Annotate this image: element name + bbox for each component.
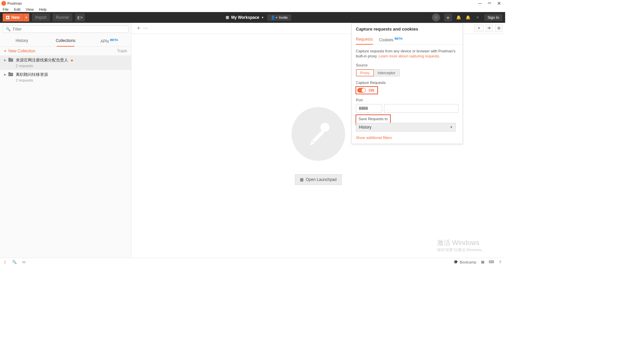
statusbar: ▯ 🔍 ▭ 🎓 Bootcamp ▦ ⌨ ? <box>0 258 505 266</box>
collection-meta: 2 requests <box>16 78 48 82</box>
sidebar-toggle-icon[interactable]: ▯ <box>3 260 7 264</box>
workspace-switcher[interactable]: ⊞ My Workspace ▼ <box>226 15 264 20</box>
capture-icon[interactable]: ◈ <box>444 13 452 21</box>
invite-icon: 👤+ <box>271 15 277 20</box>
collection-item[interactable]: ▶ 离职顾问转移资源 2 requests <box>0 70 131 84</box>
minimize-icon[interactable]: ─ <box>478 1 482 6</box>
main: 🔍 History Collections APIs BETA New Coll… <box>0 23 505 258</box>
save-requests-label: Save Requests to <box>359 117 388 121</box>
menubar: File Edit View Help <box>0 7 505 12</box>
windows-button[interactable]: ◧▾ <box>75 13 85 21</box>
filter-wrap[interactable]: 🔍 <box>3 26 128 33</box>
shortcuts-icon[interactable]: ⌨ <box>489 260 494 264</box>
window-titlebar: Postman ─ ▭ ✕ <box>0 0 505 7</box>
folder-icon <box>8 58 13 62</box>
source-toggle: Proxy Interceptor <box>356 69 400 77</box>
window-title: Postman <box>7 1 478 5</box>
star-icon[interactable]: ★ <box>70 58 74 63</box>
trash-link[interactable]: Trash <box>117 49 127 53</box>
chevron-down-icon: ▼ <box>450 126 453 129</box>
menu-edit[interactable]: Edit <box>13 7 22 11</box>
invite-label: Invite <box>279 15 287 19</box>
environment-dropdown[interactable]: ▼ <box>474 25 484 32</box>
console-icon[interactable]: ▭ <box>21 260 26 264</box>
sidebar: 🔍 History Collections APIs BETA New Coll… <box>0 23 131 258</box>
bootcamp-icon: 🎓 <box>453 260 458 264</box>
capture-tab-requests[interactable]: Requests <box>356 35 373 44</box>
menu-help[interactable]: Help <box>38 7 48 11</box>
content: + ⋯ ▼ 👁 ⚙ ▦ Open Launchpad 激活 Windows 转 <box>131 23 505 258</box>
find-icon[interactable]: 🔍 <box>12 260 17 264</box>
port-label: Port <box>356 98 459 102</box>
chevron-right-icon[interactable]: ▶ <box>4 58 6 62</box>
import-button[interactable]: Import <box>32 13 50 21</box>
source-proxy-option[interactable]: Proxy <box>356 69 374 76</box>
capture-tab-cookies[interactable]: Cookies BETA <box>379 35 403 44</box>
folder-icon <box>8 73 13 76</box>
launchpad-icon: ▦ <box>300 177 304 182</box>
capture-toggle-wrap: ON <box>356 87 378 94</box>
tab-collections[interactable]: Collections <box>44 36 87 46</box>
save-select-value: History <box>359 125 371 130</box>
port-display: . <box>384 104 459 113</box>
launchpad-illustration <box>291 107 345 161</box>
capture-requests-label: Capture Requests <box>356 81 459 85</box>
maximize-icon[interactable]: ▭ <box>488 1 491 6</box>
open-launchpad-label: Open Launchpad <box>306 177 336 182</box>
apis-label: APIs <box>101 39 109 44</box>
capture-panel: Capture requests and cookies Requests Co… <box>352 23 463 144</box>
chevron-right-icon[interactable]: ▶ <box>4 73 6 76</box>
alert-icon[interactable]: 🔔 <box>456 15 462 20</box>
environment-look-icon[interactable]: 👁 <box>486 25 493 32</box>
invite-button[interactable]: 👤+ Invite <box>267 14 291 21</box>
filter-input[interactable] <box>13 27 125 32</box>
grid-icon: ⊞ <box>226 15 229 20</box>
capture-description: Capture requests from any device or brow… <box>356 49 459 59</box>
panes-icon[interactable]: ▦ <box>480 260 485 264</box>
sync-icon[interactable]: ⊘ <box>432 13 440 21</box>
collection-meta: 2 requests <box>16 64 74 68</box>
collection-name: 离职顾问转移资源 <box>16 72 48 78</box>
new-collection-button[interactable]: New Collection <box>4 49 35 53</box>
runner-button[interactable]: Runner <box>53 13 72 21</box>
bootcamp-label: Bootcamp <box>460 260 476 264</box>
heart-icon[interactable]: ♥ <box>475 15 480 20</box>
tab-apis[interactable]: APIs BETA <box>88 36 131 46</box>
bootcamp-link[interactable]: 🎓 Bootcamp <box>453 260 476 264</box>
workspace-label: My Workspace <box>231 15 259 20</box>
new-button[interactable]: New <box>3 13 23 21</box>
collection-name: 来源官网注册线索分配负责人 <box>16 57 68 63</box>
close-icon[interactable]: ✕ <box>497 1 501 6</box>
capture-toggle[interactable] <box>357 88 366 93</box>
capture-title: Capture requests and cookies <box>352 23 463 35</box>
source-interceptor-option[interactable]: Interceptor <box>374 69 399 76</box>
menu-view[interactable]: View <box>24 7 35 11</box>
collection-item[interactable]: ▶ 来源官网注册线索分配负责人 ★ 2 requests <box>0 55 131 70</box>
menu-file[interactable]: File <box>1 7 10 11</box>
signin-button[interactable]: Sign In <box>484 14 502 21</box>
tab-history[interactable]: History <box>0 36 44 46</box>
notifications-icon[interactable]: 🔔 <box>466 15 471 20</box>
tab-options-button[interactable]: ⋯ <box>143 26 148 31</box>
save-requests-select[interactable]: History ▼ <box>356 123 456 132</box>
app-icon <box>1 1 6 6</box>
port-input[interactable] <box>356 104 382 113</box>
new-label: New <box>11 15 20 20</box>
new-dropdown[interactable]: ▼ <box>23 13 29 21</box>
search-icon: 🔍 <box>6 27 11 32</box>
toggle-label: ON <box>369 88 374 92</box>
add-tab-button[interactable]: + <box>134 25 143 32</box>
beta-badge: BETA <box>394 37 402 40</box>
learn-more-link[interactable]: Learn more about capturing requests. <box>379 54 440 58</box>
settings-icon[interactable]: ⚙ <box>495 25 502 32</box>
chevron-down-icon: ▼ <box>261 16 264 19</box>
toolbar: New ▼ Import Runner ◧▾ ⊞ My Workspace ▼ … <box>0 12 505 23</box>
show-filters-link[interactable]: Show additional filters <box>356 136 459 140</box>
plus-icon <box>6 16 9 19</box>
open-launchpad-button[interactable]: ▦ Open Launchpad <box>295 174 341 185</box>
cookies-label: Cookies <box>379 38 393 42</box>
source-label: Source <box>356 63 459 67</box>
beta-badge: BETA <box>110 38 118 42</box>
help-icon[interactable]: ? <box>498 260 502 264</box>
